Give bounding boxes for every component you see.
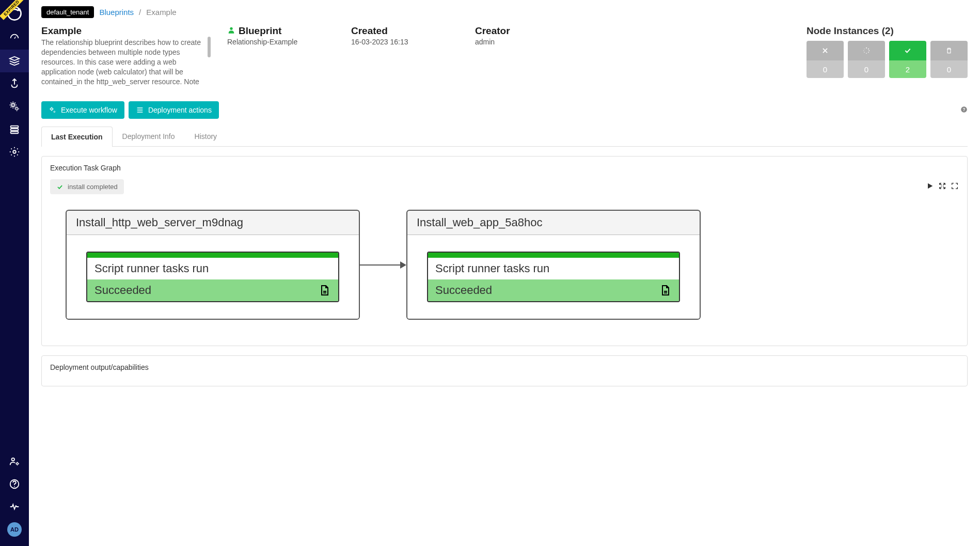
avatar[interactable]: AD [7, 522, 22, 537]
help-question-icon[interactable]: ? [960, 106, 968, 115]
svg-point-16 [868, 52, 869, 53]
tenant-badge[interactable]: default_tenant [41, 6, 94, 18]
svg-point-19 [863, 50, 864, 51]
status-deleted[interactable]: 0 [930, 41, 968, 78]
fullscreen-icon[interactable] [951, 182, 959, 192]
svg-point-12 [230, 27, 232, 30]
tabs: Last Execution Deployment Info History [41, 126, 968, 147]
status-inprogress[interactable]: 0 [848, 41, 885, 78]
svg-point-1 [18, 8, 20, 11]
task-progress-bar [428, 253, 679, 258]
status-count: 0 [807, 60, 844, 78]
fit-icon[interactable] [938, 182, 946, 192]
graph-area[interactable]: Install_http_web_server_m9dnag Script ru… [50, 205, 959, 335]
breadcrumb-separator: / [139, 8, 141, 17]
svg-point-9 [17, 463, 19, 465]
status-count: 0 [848, 60, 885, 78]
breadcrumb-blueprints-link[interactable]: Blueprints [99, 8, 134, 17]
spinner-icon [848, 41, 885, 60]
graph-arrow [360, 261, 406, 269]
task-status: Succeeded [87, 279, 338, 301]
svg-point-18 [864, 52, 865, 53]
description-scrollbar[interactable] [208, 37, 211, 57]
document-icon [659, 284, 672, 297]
svg-text:?: ? [963, 107, 966, 112]
gears-icon [49, 106, 57, 114]
blueprint-value: Relationship-Example [227, 38, 330, 46]
tab-deployment-info[interactable]: Deployment Info [113, 126, 185, 146]
status-count: 2 [889, 60, 926, 78]
panel-title: Execution Task Graph [50, 164, 959, 172]
document-icon [319, 284, 331, 297]
graph-node-1[interactable]: Install_http_web_server_m9dnag Script ru… [66, 210, 360, 320]
settings-gears-icon[interactable] [0, 95, 29, 118]
status-count: 0 [930, 60, 968, 78]
task-box[interactable]: Script runner tasks run Succeeded [86, 252, 339, 302]
svg-rect-4 [11, 126, 19, 128]
svg-point-7 [13, 150, 16, 153]
deployment-name: Example [41, 25, 207, 37]
svg-rect-5 [11, 129, 19, 131]
play-icon[interactable] [926, 182, 934, 192]
health-icon[interactable] [0, 495, 29, 518]
svg-point-17 [866, 53, 867, 54]
svg-rect-6 [11, 132, 19, 134]
check-icon [56, 183, 64, 191]
execution-graph-panel: Execution Task Graph install completed I… [41, 156, 968, 346]
svg-point-15 [868, 50, 870, 51]
execution-status-badge: install completed [50, 179, 124, 194]
task-label: Script runner tasks run [87, 258, 338, 279]
status-failed[interactable]: 0 [807, 41, 844, 78]
svg-point-14 [868, 49, 869, 50]
task-box[interactable]: Script runner tasks run Succeeded [427, 252, 680, 302]
breadcrumb-current: Example [146, 8, 176, 17]
gear-icon[interactable] [0, 141, 29, 163]
deployments-icon[interactable] [0, 72, 29, 95]
blueprint-label: Blueprint [227, 25, 330, 37]
status-success[interactable]: 2 [889, 41, 926, 78]
graph-node-title: Install_http_web_server_m9dnag [67, 211, 359, 235]
sidebar: EXPIRED [0, 0, 29, 546]
svg-point-8 [12, 458, 15, 461]
tab-last-execution[interactable]: Last Execution [41, 127, 113, 147]
deployment-description: The relationship blueprint describes how… [41, 38, 207, 87]
svg-point-11 [14, 486, 15, 487]
task-label: Script runner tasks run [428, 258, 679, 279]
list-icon [136, 106, 144, 114]
trash-icon [930, 41, 968, 60]
svg-point-20 [864, 49, 865, 50]
svg-point-21 [51, 108, 53, 110]
created-value: 16-03-2023 16:13 [351, 38, 454, 46]
creator-value: admin [475, 38, 542, 46]
creator-label: Creator [475, 25, 542, 37]
check-icon [889, 41, 926, 60]
user-icon [227, 25, 235, 37]
node-instances-label: Node Instances (2) [807, 25, 968, 37]
output-panel: Deployment output/capabilities [41, 355, 968, 386]
execute-workflow-button[interactable]: Execute workflow [41, 101, 124, 119]
status-boxes: 0 0 2 0 [807, 41, 968, 78]
help-icon[interactable] [0, 473, 29, 495]
main-content: default_tenant Blueprints / Example Exam… [29, 0, 980, 546]
deployment-actions-button[interactable]: Deployment actions [129, 101, 219, 119]
svg-point-2 [12, 104, 15, 107]
task-progress-bar [87, 253, 338, 258]
svg-point-3 [15, 107, 18, 110]
graph-node-title: Install_web_app_5a8hoc [407, 211, 700, 235]
breadcrumb: default_tenant Blueprints / Example [41, 6, 968, 18]
graph-node-2[interactable]: Install_web_app_5a8hoc Script runner tas… [406, 210, 701, 320]
created-label: Created [351, 25, 454, 37]
output-panel-title: Deployment output/capabilities [50, 363, 959, 371]
svg-point-13 [866, 48, 867, 49]
blueprints-icon[interactable] [0, 50, 29, 72]
svg-point-22 [54, 111, 55, 113]
tab-history[interactable]: History [185, 126, 227, 146]
users-gear-icon[interactable] [0, 450, 29, 473]
resources-icon[interactable] [0, 118, 29, 141]
x-icon [807, 41, 844, 60]
task-status: Succeeded [428, 279, 679, 301]
dashboard-icon[interactable] [0, 27, 29, 50]
